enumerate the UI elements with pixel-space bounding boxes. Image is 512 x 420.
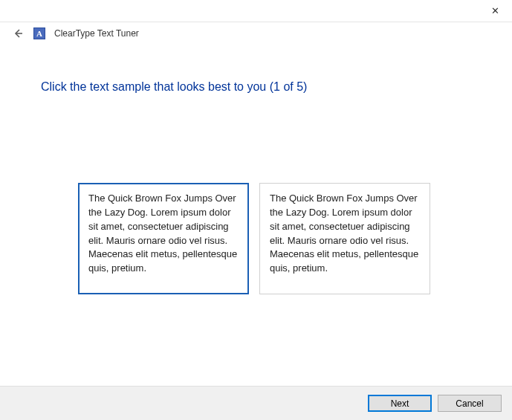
titlebar: ✕	[0, 0, 512, 22]
header: A ClearType Text Tuner	[0, 22, 512, 45]
close-icon: ✕	[491, 5, 499, 16]
app-icon: A	[33, 28, 45, 39]
back-arrow-icon	[12, 28, 24, 39]
instruction-heading: Click the text sample that looks best to…	[41, 80, 471, 94]
sample-grid: The Quick Brown Fox Jumps Over the Lazy …	[41, 183, 471, 294]
back-button[interactable]	[11, 27, 25, 40]
text-sample-1[interactable]: The Quick Brown Fox Jumps Over the Lazy …	[78, 183, 249, 294]
close-button[interactable]: ✕	[479, 0, 512, 22]
next-button[interactable]: Next	[368, 395, 432, 412]
footer: Next Cancel	[0, 386, 512, 420]
app-icon-glyph: A	[36, 29, 42, 38]
cancel-button[interactable]: Cancel	[438, 395, 502, 412]
app-title: ClearType Text Tuner	[54, 28, 139, 39]
text-sample-2[interactable]: The Quick Brown Fox Jumps Over the Lazy …	[259, 183, 430, 294]
content-area: Click the text sample that looks best to…	[0, 45, 512, 294]
